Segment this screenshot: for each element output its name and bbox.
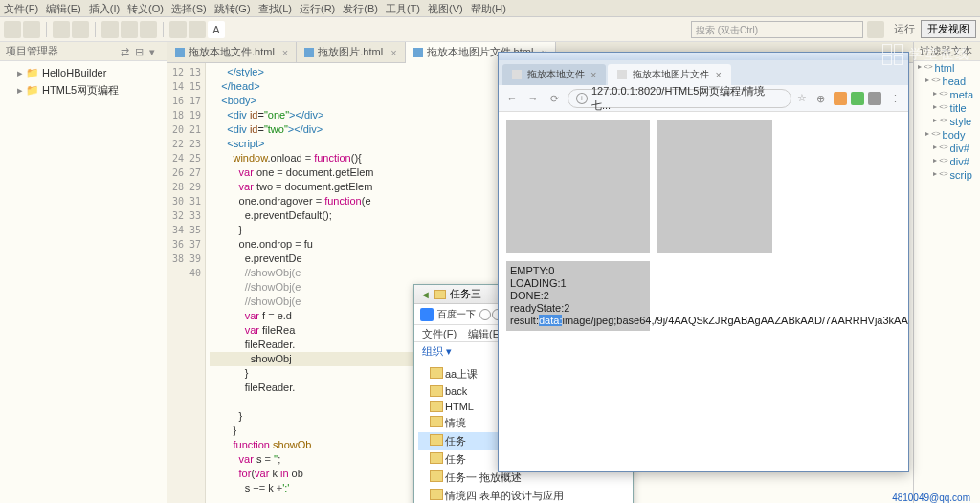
explorer-menu-item[interactable]: 文件(F) (422, 327, 457, 339)
search-input[interactable]: 搜索 (双击Ctrl) (691, 21, 863, 38)
project-tree[interactable]: 📁 HelloHBuilder📁 HTML5网页编程 (0, 61, 167, 103)
panel-link-icon[interactable]: ⇄ (121, 46, 132, 57)
search-icon[interactable] (867, 21, 884, 38)
outline-item[interactable]: ▸ <>body (914, 128, 980, 142)
file-icon (175, 48, 185, 57)
footer-email[interactable]: 4810049@qq.com (892, 492, 970, 503)
close-icon[interactable]: × (715, 69, 721, 80)
panel-menu-icon[interactable]: ▾ (149, 46, 161, 57)
nav-reload-icon[interactable]: ⟳ (546, 91, 562, 106)
menu-icon[interactable]: ⋮ (887, 91, 902, 106)
tool-redo-icon[interactable] (72, 21, 89, 38)
menu-item[interactable]: 视图(V) (428, 2, 463, 14)
project-panel: 项目管理器 ⇄ ⊟ ▾ 📁 HelloHBuilder📁 HTML5网页编程 (0, 42, 167, 503)
watermark-text: 学堂在线 (909, 46, 970, 63)
browser-window[interactable]: 拖放本地文件×拖放本地图片文件× ← → ⟳ i 127.0.0.1:8020/… (498, 52, 909, 472)
toolbar: A 搜索 (双击Ctrl) 运行 开发视图 (0, 17, 980, 42)
file-item[interactable]: 情境四 表单的设计与应用 (418, 487, 629, 503)
tool-save-icon[interactable] (23, 21, 40, 38)
outline-item[interactable]: ▸ <>div# (914, 155, 980, 168)
browser-body: EMPTY:0LOADING:1DONE:2readyState:2result… (499, 112, 908, 471)
ext2-icon[interactable] (851, 92, 864, 105)
organize-button[interactable]: 组织 ▾ (422, 344, 452, 359)
ext3-icon[interactable] (868, 92, 881, 105)
outline-item[interactable]: ▸ <>head (914, 75, 980, 88)
explorer-back-icon[interactable]: ◄ (420, 289, 431, 300)
menu-item[interactable]: 文件(F) (4, 2, 38, 14)
project-panel-title: 项目管理器 (6, 44, 121, 58)
menu-item[interactable]: 查找(L) (258, 2, 292, 14)
tool-cut-icon[interactable] (101, 21, 119, 38)
outline-tree[interactable]: ▸ <>html▸ <>head▸ <>meta▸ <>title▸ <>sty… (914, 61, 980, 182)
menu-item[interactable]: 跳转(G) (214, 2, 251, 14)
close-icon[interactable]: × (390, 47, 396, 58)
run-label: 运行 (894, 22, 915, 36)
file-icon (413, 48, 423, 57)
outline-item[interactable]: ▸ <>style (914, 115, 980, 128)
menu-item[interactable]: 转义(O) (127, 2, 164, 14)
panel-collapse-icon[interactable]: ⊟ (135, 46, 146, 57)
tool-paste-icon[interactable] (140, 21, 157, 38)
editor-tab[interactable]: 拖放图片.html× (297, 42, 405, 62)
menu-item[interactable]: 选择(S) (171, 2, 207, 14)
tool-undo-icon[interactable] (53, 21, 70, 38)
tool-run-icon[interactable] (169, 21, 187, 38)
site-info-icon[interactable]: i (576, 93, 588, 104)
outline-item[interactable]: ▸ <>scrip (914, 168, 980, 182)
translate-icon[interactable]: ⊕ (813, 91, 828, 106)
page-icon (617, 70, 627, 79)
browser-tab[interactable]: 拖放本地文件× (502, 64, 606, 85)
close-icon[interactable]: × (282, 47, 288, 58)
tool-copy-icon[interactable] (121, 21, 138, 38)
nav-forward-icon[interactable]: → (525, 91, 541, 106)
close-icon[interactable]: × (590, 69, 596, 80)
tool-a-icon[interactable]: A (208, 21, 225, 38)
tool-format-icon[interactable] (189, 21, 206, 38)
explorer-path: 任务三 (450, 287, 481, 301)
watermark: 学堂在线 (882, 44, 970, 65)
menu-item[interactable]: 插入(I) (89, 2, 120, 14)
baidu-label: 百度一下 (437, 308, 476, 321)
dev-view-button[interactable]: 开发视图 (921, 20, 976, 38)
output-box: EMPTY:0LOADING:1DONE:2readyState:2result… (506, 261, 650, 331)
outline-item[interactable]: ▸ <>meta (914, 88, 980, 101)
browser-tabs: 拖放本地文件×拖放本地图片文件× (499, 60, 908, 85)
ext1-icon[interactable] (834, 92, 847, 105)
url-bar[interactable]: i 127.0.0.1:8020/HTML5网页编程/情境七... (568, 89, 791, 108)
nav-back-icon[interactable]: ← (504, 91, 520, 106)
browser-titlebar[interactable] (499, 53, 908, 60)
outline-item[interactable]: ▸ <>title (914, 101, 980, 115)
page-icon (512, 70, 522, 79)
menu-item[interactable]: 发行(B) (343, 2, 378, 14)
drop-zone-two[interactable] (657, 120, 772, 253)
menu-item[interactable]: 工具(T) (386, 2, 420, 14)
drop-zone-one[interactable] (506, 120, 650, 253)
browser-nav: ← → ⟳ i 127.0.0.1:8020/HTML5网页编程/情境七... … (499, 85, 908, 112)
tree-item[interactable]: 📁 HelloHBuilder (4, 65, 163, 81)
editor-tab[interactable]: 拖放本地文件.html× (167, 42, 297, 62)
menu-item[interactable]: 编辑(E) (46, 2, 81, 14)
outline-item[interactable]: ▸ <>div# (914, 142, 980, 155)
url-text: 127.0.0.1:8020/HTML5网页编程/情境七... (591, 84, 783, 113)
tool-new-icon[interactable] (4, 21, 21, 38)
tree-item[interactable]: 📁 HTML5网页编程 (4, 81, 163, 99)
menu-item[interactable]: 运行(R) (300, 2, 335, 14)
bookmark-icon[interactable]: ☆ (797, 92, 807, 104)
browser-tab[interactable]: 拖放本地图片文件× (608, 64, 730, 85)
outline-panel: 过滤器文本 ▸ <>html▸ <>head▸ <>meta▸ <>title▸… (913, 42, 980, 503)
menu-item[interactable]: 帮助(H) (471, 2, 506, 14)
project-panel-header: 项目管理器 ⇄ ⊟ ▾ (0, 42, 167, 61)
baidu-icon[interactable] (420, 308, 434, 321)
folder-icon (434, 290, 446, 299)
extension-icons (834, 92, 881, 105)
menubar: 文件(F)编辑(E)插入(I)转义(O)选择(S)跳转(G)查找(L)运行(R)… (0, 0, 980, 17)
file-icon (304, 48, 314, 57)
gutter: 12 13 14 15 16 17 18 19 20 21 22 23 24 2… (167, 63, 206, 503)
